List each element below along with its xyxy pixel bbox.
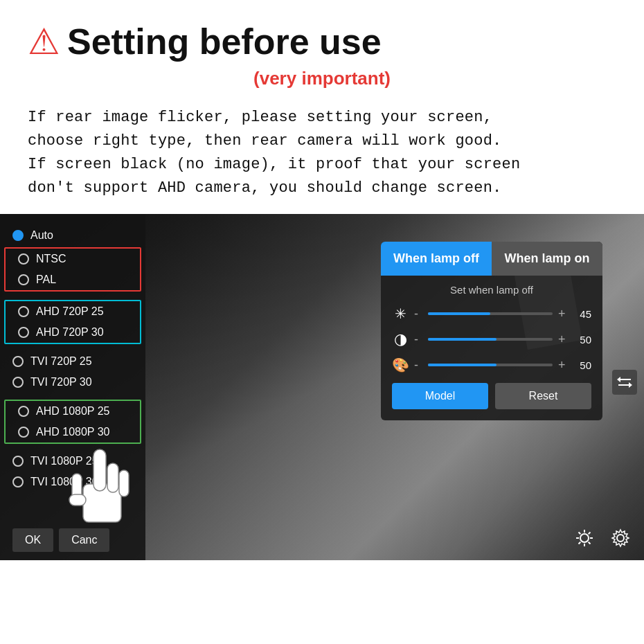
panel-content: Set when lamp off ✳ - + 45 ◑ - + 50 <box>381 276 602 420</box>
svg-rect-15 <box>93 449 106 491</box>
svg-marker-3 <box>629 382 632 388</box>
brightness-icon: ✳ <box>392 305 409 322</box>
reset-button[interactable]: Reset <box>495 383 591 409</box>
radio-label-tvi720p30: TVI 720P 30 <box>30 376 92 388</box>
radio-circle-ahd1080p25 <box>18 406 29 417</box>
page-title: Setting before use <box>67 21 382 62</box>
model-button[interactable]: Model <box>392 383 488 409</box>
arrows-icon <box>617 376 632 388</box>
radio-label-ahd1080p25: AHD 1080P 25 <box>36 405 109 418</box>
saturation-plus[interactable]: + <box>558 358 566 373</box>
radio-label-auto: Auto <box>30 229 53 242</box>
radio-item-ahd1080p25[interactable]: AHD 1080P 25 <box>6 401 140 422</box>
svg-point-4 <box>580 534 589 542</box>
radio-item-pal[interactable]: PAL <box>6 269 140 290</box>
saturation-icon: 🎨 <box>392 357 409 373</box>
contrast-track[interactable] <box>428 338 553 341</box>
radio-circle-ahd720p25 <box>18 306 29 317</box>
radio-item-tvi720p30[interactable]: TVI 720P 30 <box>0 372 145 393</box>
radio-item-ntsc[interactable]: NTSC <box>6 249 140 269</box>
saturation-minus[interactable]: - <box>414 358 422 373</box>
tab-lamp-off[interactable]: When lamp off <box>381 242 492 276</box>
title-row: ⚠ Setting before use <box>28 21 616 62</box>
svg-line-9 <box>579 533 581 535</box>
svg-point-13 <box>617 535 624 542</box>
radio-item-auto[interactable]: Auto <box>0 225 145 246</box>
radio-circle-ahd1080p30 <box>18 427 29 438</box>
contrast-icon: ◑ <box>392 330 409 348</box>
panel-subtitle: Set when lamp off <box>392 284 591 296</box>
brightness-slider-row: ✳ - + 45 <box>392 305 591 322</box>
navigation-icon[interactable] <box>612 370 637 395</box>
contrast-value: 50 <box>572 334 591 346</box>
radio-circle-pal <box>18 274 29 285</box>
radio-circle-tvi1080p25 <box>12 456 24 467</box>
contrast-fill <box>428 338 497 341</box>
radio-circle-tvi720p25 <box>12 356 24 367</box>
radio-circle-ntsc <box>18 253 29 265</box>
svg-rect-19 <box>69 494 86 506</box>
top-section: ⚠ Setting before use (very important) If… <box>0 0 644 214</box>
svg-rect-16 <box>107 463 118 492</box>
brightness-track[interactable] <box>428 312 553 315</box>
brightness-value: 45 <box>572 308 591 320</box>
red-highlight-group: NTSC PAL <box>4 247 141 292</box>
saturation-fill <box>428 364 497 366</box>
radio-circle-tvi720p30 <box>12 377 24 388</box>
radio-circle-ahd720p30 <box>18 327 29 338</box>
svg-marker-2 <box>617 377 620 382</box>
page-subtitle: (very important) <box>28 68 616 89</box>
svg-line-10 <box>589 542 591 544</box>
tab-row: When lamp off When lamp on <box>381 242 602 276</box>
radio-item-tvi720p25[interactable]: TVI 720P 25 <box>0 351 145 372</box>
radio-circle-tvi1080p30 <box>12 476 24 488</box>
radio-label-ahd720p30: AHD 720P 30 <box>36 326 104 339</box>
svg-line-12 <box>579 542 581 544</box>
description-text: If rear image flicker, please setting yo… <box>28 106 616 200</box>
svg-rect-17 <box>119 470 129 497</box>
camera-settings-panel: When lamp off When lamp on Set when lamp… <box>381 242 602 420</box>
radio-item-ahd720p30[interactable]: AHD 720P 30 <box>6 322 140 343</box>
action-row: Model Reset <box>392 383 591 409</box>
radio-item-ahd720p25[interactable]: AHD 720P 25 <box>6 301 140 322</box>
radio-label-pal: PAL <box>36 274 56 286</box>
contrast-minus[interactable]: - <box>414 332 422 347</box>
radio-label-ntsc: NTSC <box>36 253 66 265</box>
warning-icon: ⚠ <box>28 24 60 60</box>
brightness-fill <box>428 312 490 315</box>
contrast-plus[interactable]: + <box>558 332 566 347</box>
saturation-slider-row: 🎨 - + 50 <box>392 357 591 373</box>
settings-bottom-icon[interactable] <box>608 526 633 551</box>
saturation-value: 50 <box>572 359 591 371</box>
tab-lamp-on[interactable]: When lamp on <box>492 242 602 276</box>
radio-label-tvi720p25: TVI 720P 25 <box>30 355 92 368</box>
screenshot-area: Auto NTSC PAL AHD 720P 25 AHD 720P 30 <box>0 214 644 560</box>
contrast-slider-row: ◑ - + 50 <box>392 330 591 348</box>
bottom-right-icons <box>572 526 633 551</box>
radio-label-ahd720p25: AHD 720P 25 <box>36 305 104 318</box>
cyan-highlight-group: AHD 720P 25 AHD 720P 30 <box>4 300 141 344</box>
brightness-plus[interactable]: + <box>558 307 566 321</box>
radio-circle-auto <box>12 230 24 241</box>
brightness-bottom-icon[interactable] <box>572 526 597 551</box>
svg-line-11 <box>589 533 591 535</box>
saturation-track[interactable] <box>428 364 553 366</box>
hand-cursor <box>62 436 138 539</box>
ok-button[interactable]: OK <box>12 528 53 552</box>
brightness-minus[interactable]: - <box>414 307 422 321</box>
